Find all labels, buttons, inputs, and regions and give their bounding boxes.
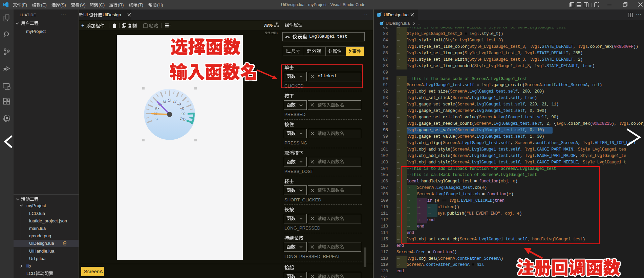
svg-text:90: 90 bbox=[181, 112, 186, 116]
svg-text:50: 50 bbox=[168, 98, 172, 102]
